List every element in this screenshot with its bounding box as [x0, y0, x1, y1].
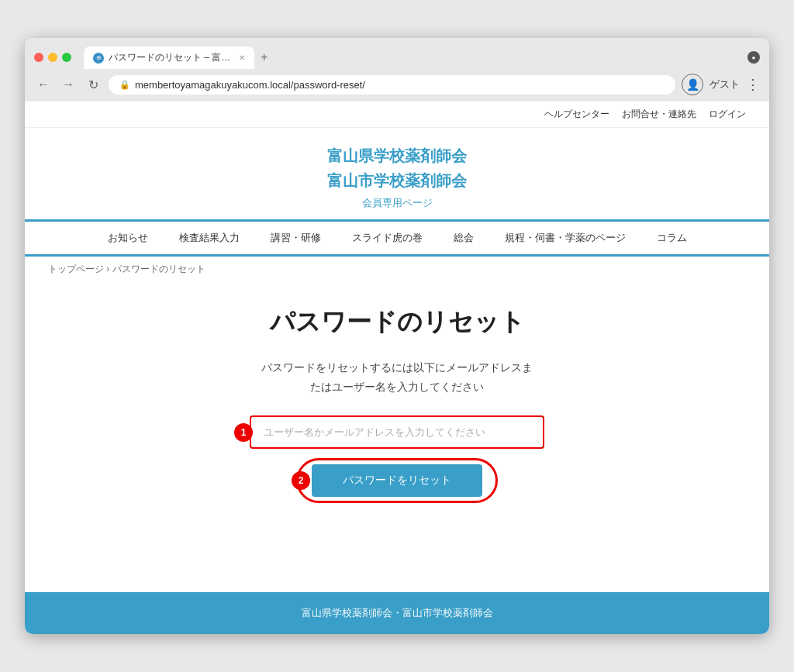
- browser-more-button[interactable]: ⋮: [746, 76, 760, 93]
- browser-controls: ⊕ パスワードのリセット – 富山県学 … ✕ + ●: [34, 46, 760, 69]
- reset-password-button[interactable]: パスワードをリセット: [312, 464, 482, 497]
- site-title-line2: 富山市学校薬剤師会: [48, 168, 746, 193]
- tab-title: パスワードのリセット – 富山県学 …: [109, 51, 231, 64]
- site-title-line1: 富山県学校薬剤師会: [48, 143, 746, 168]
- tab-close-icon[interactable]: ✕: [239, 53, 245, 62]
- nav-item-slide[interactable]: スライド虎の巻: [337, 222, 438, 254]
- description: パスワードをリセットするには以下にメールアドレスま たはユーザー名を入力してくだ…: [40, 358, 754, 397]
- site-header: 富山県学校薬剤師会 富山市学校薬剤師会 会員専用ページ: [25, 128, 769, 222]
- active-tab[interactable]: ⊕ パスワードのリセット – 富山県学 … ✕: [84, 47, 254, 69]
- tab-favicon: ⊕: [93, 53, 104, 64]
- new-tab-button[interactable]: +: [254, 46, 274, 69]
- page-title: パスワードのリセット: [40, 305, 754, 339]
- nav-item-column[interactable]: コラム: [641, 222, 703, 254]
- user-account-icon[interactable]: 👤: [682, 74, 703, 95]
- contact-link[interactable]: お問合せ・連絡先: [622, 108, 696, 121]
- login-link[interactable]: ログイン: [709, 108, 746, 121]
- breadcrumb-home[interactable]: トップページ: [48, 264, 104, 274]
- utility-bar: ヘルプセンター お問合せ・連絡先 ログイン: [25, 102, 769, 128]
- main-content: パスワードのリセット パスワードをリセットするには以下にメールアドレスま たはユ…: [25, 282, 769, 592]
- back-button[interactable]: ←: [34, 75, 53, 94]
- nav-menu: お知らせ 検査結果入力 講習・研修 スライド虎の巻 総会 規程・伺書・学薬のペー…: [25, 222, 769, 257]
- step2-badge: 2: [292, 471, 310, 490]
- traffic-lights: [34, 53, 71, 62]
- site-footer: 富山県学校薬剤師会・富山市学校薬剤師会: [25, 592, 769, 634]
- minimize-button[interactable]: [48, 53, 57, 62]
- user-area: 👤 ゲスト ⋮: [682, 74, 760, 95]
- help-center-link[interactable]: ヘルプセンター: [544, 108, 609, 121]
- description-line2: たはユーザー名を入力してください: [40, 377, 754, 397]
- tab-bar: ⊕ パスワードのリセット – 富山県学 … ✕ +: [84, 46, 741, 69]
- close-button[interactable]: [34, 53, 43, 62]
- address-text: membertoyamagakuyakucom.local/password-r…: [135, 79, 665, 91]
- description-line1: パスワードをリセットするには以下にメールアドレスま: [40, 358, 754, 377]
- website-content: ヘルプセンター お問合せ・連絡先 ログイン 富山県学校薬剤師会 富山市学校薬剤師…: [25, 102, 769, 634]
- guest-label: ゲスト: [709, 78, 740, 91]
- browser-menu-icon[interactable]: ●: [747, 51, 760, 64]
- footer-text: 富山県学校薬剤師会・富山市学校薬剤師会: [302, 607, 493, 619]
- site-title: 富山県学校薬剤師会 富山市学校薬剤師会: [48, 143, 746, 193]
- nav-item-soukai[interactable]: 総会: [438, 222, 489, 254]
- nav-item-kensa[interactable]: 検査結果入力: [164, 222, 255, 254]
- browser-titlebar: ⊕ パスワードのリセット – 富山県学 … ✕ + ●: [25, 38, 769, 69]
- reload-button[interactable]: ↻: [84, 75, 102, 94]
- nav-item-kitei[interactable]: 規程・伺書・学薬のページ: [489, 222, 641, 254]
- site-subtitle[interactable]: 会員専用ページ: [48, 196, 746, 210]
- nav-item-koushu[interactable]: 講習・研修: [255, 222, 337, 254]
- nav-item-oshirase[interactable]: お知らせ: [92, 222, 164, 254]
- forward-button[interactable]: →: [59, 75, 78, 94]
- maximize-button[interactable]: [62, 53, 71, 62]
- address-field[interactable]: 🔒 membertoyamagakuyakucom.local/password…: [109, 75, 675, 95]
- breadcrumb: トップページ › パスワードのリセット: [25, 257, 769, 282]
- address-bar-row: ← → ↻ 🔒 membertoyamagakuyakucom.local/pa…: [25, 69, 769, 102]
- browser-window: ⊕ パスワードのリセット – 富山県学 … ✕ + ● ← → ↻ 🔒 memb…: [25, 38, 769, 634]
- lock-icon: 🔒: [119, 80, 130, 90]
- breadcrumb-current: パスワードのリセット: [112, 264, 205, 274]
- username-email-input[interactable]: [250, 415, 544, 449]
- reset-button-container: パスワードをリセット: [312, 464, 482, 497]
- step1-badge: 1: [234, 423, 253, 442]
- breadcrumb-separator: ›: [106, 264, 112, 274]
